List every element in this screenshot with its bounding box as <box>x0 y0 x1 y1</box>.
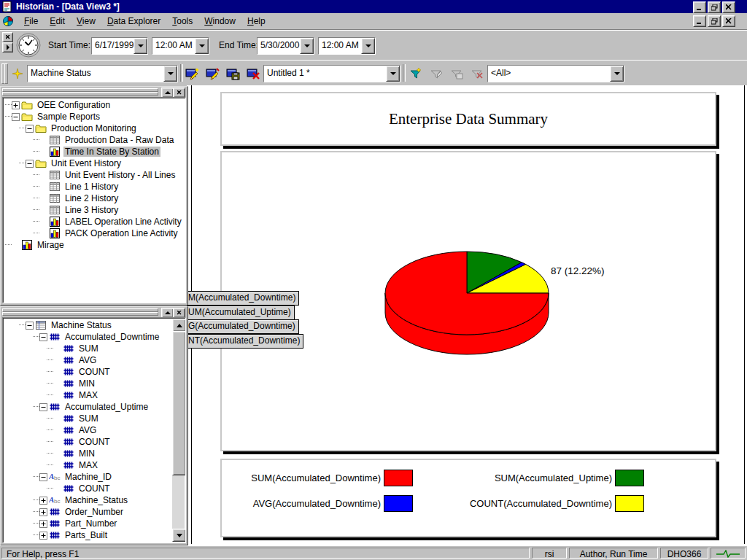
tree-item[interactable]: Accumulated_Downtime <box>3 331 185 343</box>
field-tree-scrollbar[interactable] <box>172 319 185 542</box>
collapse-icon[interactable] <box>26 125 34 133</box>
collapse-icon[interactable] <box>39 403 47 411</box>
tree-item[interactable]: Production Data - Raw Data <box>3 134 185 146</box>
tree-item[interactable]: Order_Number <box>3 506 185 518</box>
tree-item[interactable]: SUM <box>3 413 185 424</box>
tree-item[interactable]: Mirage <box>3 239 185 251</box>
child-restore-button[interactable] <box>708 15 721 27</box>
report-tree-panel-header[interactable] <box>1 87 187 97</box>
expand-icon[interactable] <box>39 520 47 528</box>
tree-item[interactable]: Line 3 History <box>3 204 185 216</box>
scroll-thumb[interactable] <box>172 331 186 475</box>
filter-combo[interactable]: <All> <box>487 65 624 82</box>
chart-icon <box>21 239 33 251</box>
new-view-button[interactable] <box>185 66 201 82</box>
start-clock-dropdown-icon[interactable] <box>195 38 209 54</box>
start-date-dropdown-icon[interactable] <box>133 38 147 54</box>
menu-item-data-explorer[interactable]: Data Explorer <box>101 14 166 28</box>
end-clock-value: 12:00 AM <box>319 38 361 54</box>
tree-item[interactable]: COUNT <box>3 366 185 378</box>
collapse-icon[interactable] <box>26 322 34 330</box>
toolbar-expand-button[interactable] <box>2 42 13 52</box>
new-filter-button[interactable] <box>408 66 424 82</box>
tree-item[interactable]: AbcMachine_ID <box>3 471 185 483</box>
collapse-icon[interactable] <box>12 113 20 121</box>
start-clock-combo[interactable]: 12:00 AM <box>152 37 209 55</box>
dataset-dropdown-icon[interactable] <box>163 66 177 82</box>
new-query-button[interactable] <box>9 66 26 82</box>
title-bar[interactable]: Historian - [Data View3 *] <box>0 0 747 13</box>
menu-item-window[interactable]: Window <box>198 14 241 28</box>
tree-item[interactable]: Sample Reports <box>3 111 185 122</box>
tree-item[interactable]: MAX <box>3 389 185 401</box>
tree-item[interactable]: Part_Number <box>3 518 185 529</box>
view-name-combo[interactable]: Untitled 1 * <box>263 65 400 82</box>
field-tag[interactable]: NT(Accumulated_Downtime) <box>187 334 303 349</box>
expand-icon[interactable] <box>39 508 47 516</box>
collapse-icon[interactable] <box>39 333 47 341</box>
tree-item[interactable]: COUNT <box>3 483 185 494</box>
view-name-dropdown-icon[interactable] <box>386 66 400 82</box>
panel-close-button[interactable] <box>173 88 185 98</box>
tree-item[interactable]: AVG <box>3 354 185 366</box>
start-date-combo[interactable]: 6/17/1999 <box>91 37 148 55</box>
expand-icon[interactable] <box>39 532 47 540</box>
end-date-dropdown-icon[interactable] <box>300 38 314 54</box>
panel-collapse-button[interactable] <box>161 88 174 98</box>
child-close-button[interactable] <box>722 15 735 27</box>
panel-close-button[interactable] <box>173 308 185 318</box>
tree-item[interactable]: Production Monitoring <box>3 122 185 134</box>
tree-item[interactable]: Accumulated_Uptime <box>3 401 185 413</box>
restore-button[interactable] <box>708 1 721 13</box>
collapse-icon[interactable] <box>39 473 47 481</box>
field-tag[interactable]: UM(Accumulated_Uptime) <box>187 306 295 320</box>
close-button[interactable] <box>722 1 735 13</box>
panel-collapse-button[interactable] <box>161 308 174 318</box>
menu-item-edit[interactable]: Edit <box>44 14 71 28</box>
tree-item[interactable]: AbcMachine_Status <box>3 494 185 506</box>
dataset-combo[interactable]: Machine Status <box>27 65 178 82</box>
grid-icon <box>63 378 74 389</box>
menu-item-tools[interactable]: Tools <box>166 14 198 28</box>
tree-item[interactable]: AVG <box>3 424 185 436</box>
scroll-up-button[interactable] <box>172 319 186 332</box>
tree-item[interactable]: PACK Operation Line Activity <box>3 228 185 239</box>
tree-item[interactable]: Time In State By Station <box>3 146 185 158</box>
tree-item[interactable]: MIN <box>3 448 185 459</box>
menu-item-help[interactable]: Help <box>241 14 271 28</box>
delete-view-button[interactable] <box>246 66 262 82</box>
tree-item[interactable]: Parts_Built <box>3 529 185 541</box>
tree-item[interactable]: Line 2 History <box>3 192 185 204</box>
modify-view-button[interactable] <box>205 66 221 82</box>
scroll-down-button[interactable] <box>172 529 186 542</box>
menu-item-file[interactable]: File <box>18 14 44 28</box>
tree-item[interactable]: COUNT <box>3 436 185 448</box>
tree-item[interactable]: SUM <box>3 343 185 354</box>
menu-item-view[interactable]: View <box>71 14 101 28</box>
collapse-icon[interactable] <box>26 160 34 168</box>
tree-item[interactable]: Unit Event History <box>3 158 185 169</box>
delete-filter-button[interactable] <box>469 66 485 82</box>
tree-item[interactable]: MIN <box>3 378 185 389</box>
expand-icon[interactable] <box>39 497 47 505</box>
field-tag[interactable]: M(Accumulated_Downtime) <box>187 291 299 306</box>
tree-item[interactable]: OEE Configuration <box>3 99 185 111</box>
toolbar-close-button[interactable] <box>2 32 13 42</box>
tree-item[interactable]: Machine Status <box>3 319 185 331</box>
field-tag[interactable]: G(Accumulated_Downtime) <box>187 319 299 334</box>
tree-item[interactable]: MAX <box>3 459 185 471</box>
field-tree-panel-header[interactable] <box>1 307 187 317</box>
tree-item[interactable]: LABEL Operation Line Activity <box>3 216 185 228</box>
child-minimize-button[interactable] <box>693 15 706 27</box>
save-view-button[interactable] <box>225 66 241 82</box>
save-filter-button[interactable] <box>449 66 465 82</box>
edit-filter-button[interactable] <box>428 66 444 82</box>
tree-item[interactable]: Unit Event History - All Lines <box>3 169 185 181</box>
end-clock-combo[interactable]: 12:00 AM <box>318 37 376 55</box>
expand-icon[interactable] <box>12 101 20 109</box>
filter-dropdown-icon[interactable] <box>610 66 624 82</box>
tree-item[interactable]: Line 1 History <box>3 181 185 192</box>
minimize-button[interactable] <box>693 1 706 13</box>
end-date-combo[interactable]: 5/30/2000 <box>257 37 314 55</box>
end-clock-dropdown-icon[interactable] <box>361 38 375 54</box>
